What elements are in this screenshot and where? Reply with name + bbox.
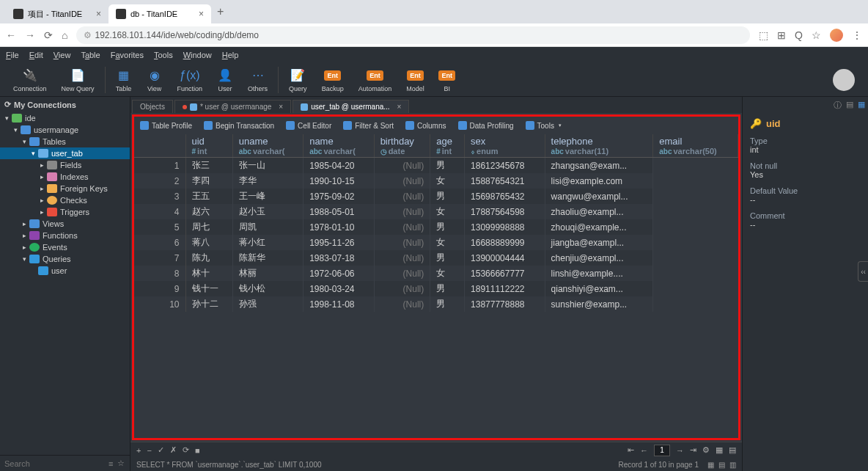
tools-button[interactable]: Tools▾ xyxy=(526,121,562,130)
next-page-button[interactable]: → xyxy=(676,446,684,455)
tree-item[interactable]: ▸Checks xyxy=(0,194,130,206)
table-row[interactable]: 5周七周凯1978-01-10(Null)男13099998888zhouqi@… xyxy=(134,219,738,235)
menu-icon[interactable]: ⋮ xyxy=(852,29,862,41)
install-icon[interactable]: ⬚ xyxy=(759,29,768,41)
column-header[interactable]: unameabc varchar( xyxy=(232,134,303,158)
backup-button[interactable]: EntBackup xyxy=(315,66,351,94)
column-header[interactable]: birthday◷ date xyxy=(374,134,430,158)
tree-item[interactable]: ▸Fields xyxy=(0,159,130,171)
column-header[interactable]: uid# int xyxy=(185,134,232,158)
delete-row-button[interactable]: − xyxy=(147,446,151,455)
tree-item[interactable]: ▾Tables xyxy=(0,136,130,147)
commit-button[interactable]: ✓ xyxy=(158,445,164,455)
site-info-icon[interactable]: ⚙ xyxy=(84,30,92,40)
back-button[interactable]: ← xyxy=(6,29,16,41)
table-button[interactable]: ▦Table xyxy=(108,66,139,94)
others-button[interactable]: ⋯Others xyxy=(240,66,275,94)
search-icon[interactable]: Q xyxy=(795,29,803,41)
tree-item[interactable]: user xyxy=(0,265,130,277)
tree-item[interactable]: ▾usermanage xyxy=(0,124,130,136)
grid-view-icon[interactable]: ▦ xyxy=(716,445,723,455)
view-button[interactable]: ◉View xyxy=(139,66,170,94)
url-input[interactable]: ⚙ 192.168.101.144/ide/web/coding/db/demo xyxy=(76,26,750,44)
menu-window[interactable]: Window xyxy=(183,51,212,59)
extensions-icon[interactable]: ⊞ xyxy=(777,29,786,41)
browser-tab[interactable]: db - TitanIDE × xyxy=(108,4,211,23)
table-row[interactable]: 8林十林丽1972-06-06(Null)女15366667777linshi@… xyxy=(134,266,738,281)
begin-transaction-button[interactable]: Begin Transaction xyxy=(204,121,274,130)
close-icon[interactable]: × xyxy=(397,103,402,111)
user-button[interactable]: 👤User xyxy=(210,66,240,94)
menu-favorites[interactable]: Favorites xyxy=(111,51,144,59)
tree-item[interactable]: ▸Views xyxy=(0,218,130,230)
tree-item[interactable]: ▸Foreign Keys xyxy=(0,183,130,194)
bi-button[interactable]: EntBI xyxy=(432,66,463,94)
info-icon[interactable]: ⓘ xyxy=(834,100,842,111)
new-tab-button[interactable]: + xyxy=(217,5,224,18)
connection-button[interactable]: 🔌Connection xyxy=(6,66,54,94)
close-icon[interactable]: × xyxy=(96,9,101,19)
data-profiling-button[interactable]: Data Profiling xyxy=(458,121,514,130)
expand-panel-button[interactable]: ‹‹ xyxy=(858,261,868,282)
table-row[interactable]: 4赵六赵小玉1988-05-01(Null)女17887564598zhaoli… xyxy=(134,204,738,219)
search-input[interactable] xyxy=(4,459,106,468)
tree-item[interactable]: ▾user_tab xyxy=(0,147,130,159)
data-grid[interactable]: uid# intunameabc varchar(nameabc varchar… xyxy=(134,134,738,438)
query-button[interactable]: 📝Query xyxy=(282,66,315,94)
tree-item[interactable]: ▾ide xyxy=(0,112,130,124)
profile-avatar[interactable] xyxy=(830,29,843,42)
column-header[interactable]: sex⬨ enum xyxy=(465,134,545,158)
menu-tools[interactable]: Tools xyxy=(154,51,173,59)
home-button[interactable]: ⌂ xyxy=(62,29,67,41)
table-row[interactable]: 9钱十一钱小松1980-03-24(Null)男18911112222qians… xyxy=(134,281,738,296)
function-button[interactable]: ƒ(x)Function xyxy=(170,66,210,94)
table-row[interactable]: 10孙十二孙强1998-11-08(Null)男13877778888sunsh… xyxy=(134,296,738,312)
menu-edit[interactable]: Edit xyxy=(29,51,43,59)
form-view-icon[interactable]: ▤ xyxy=(729,445,736,455)
stop-button[interactable]: ■ xyxy=(195,446,200,455)
settings-icon[interactable]: ⚙ xyxy=(702,445,710,455)
tree-item[interactable]: ▸Events xyxy=(0,241,130,253)
tree-item[interactable]: ▸Indexes xyxy=(0,171,130,183)
tree-item[interactable]: ▾Queries xyxy=(0,253,130,265)
last-page-button[interactable]: ⇥ xyxy=(690,445,696,455)
close-icon[interactable]: × xyxy=(279,103,283,111)
forward-button[interactable]: → xyxy=(25,29,35,41)
bookmark-icon[interactable]: ☆ xyxy=(812,29,821,41)
list-view-icon[interactable]: ▤ xyxy=(846,100,853,111)
filter-sort-button[interactable]: Filter & Sort xyxy=(343,121,394,130)
column-header[interactable]: telephoneabc varchar(11) xyxy=(545,134,653,158)
grid-view-icon[interactable]: ▦ xyxy=(858,100,865,111)
table-row[interactable]: 1张三张一山1985-04-20(Null)男18612345678zhangs… xyxy=(134,158,738,174)
columns-button[interactable]: Columns xyxy=(405,121,446,130)
add-row-button[interactable]: + xyxy=(136,446,141,455)
user-avatar[interactable] xyxy=(833,69,855,91)
editor-tab[interactable]: * user @ usermanage× xyxy=(174,100,291,113)
layout-icon[interactable]: ▥ xyxy=(729,461,736,469)
menu-view[interactable]: View xyxy=(54,51,71,59)
menu-table[interactable]: Table xyxy=(81,51,100,59)
layout-icon[interactable]: ▤ xyxy=(718,461,725,469)
column-header[interactable]: age# int xyxy=(430,134,465,158)
cell-editor-button[interactable]: Cell Editor xyxy=(286,121,331,130)
browser-tab[interactable]: 项目 - TitanIDE × xyxy=(6,4,108,23)
tree-item[interactable]: ▸Triggers xyxy=(0,206,130,218)
column-header[interactable]: nameabc varchar( xyxy=(304,134,374,158)
menu-file[interactable]: File xyxy=(6,51,19,59)
model-button[interactable]: EntModel xyxy=(399,66,432,94)
menu-help[interactable]: Help xyxy=(222,51,239,59)
layout-icon[interactable]: ▦ xyxy=(707,461,714,469)
page-input[interactable] xyxy=(654,445,670,456)
filter-icon[interactable]: ≡ xyxy=(108,459,113,468)
reload-button[interactable]: ⟳ xyxy=(44,29,53,41)
automation-button[interactable]: EntAutomation xyxy=(351,66,400,94)
editor-tab[interactable]: Objects xyxy=(132,100,173,113)
table-profile-button[interactable]: Table Profile xyxy=(140,121,192,130)
tree-item[interactable]: ▸Functions xyxy=(0,230,130,241)
close-icon[interactable]: × xyxy=(199,9,204,19)
editor-tab[interactable]: user_tab @ usermana...× xyxy=(293,100,409,113)
prev-page-button[interactable]: ← xyxy=(640,446,648,455)
table-row[interactable]: 2李四李华1990-10-15(Null)女15887654321lisi@ex… xyxy=(134,173,738,189)
new-query-button[interactable]: 📄New Query xyxy=(54,66,102,94)
table-row[interactable]: 3王五王一峰1975-09-02(Null)男15698765432wangwu… xyxy=(134,189,738,204)
